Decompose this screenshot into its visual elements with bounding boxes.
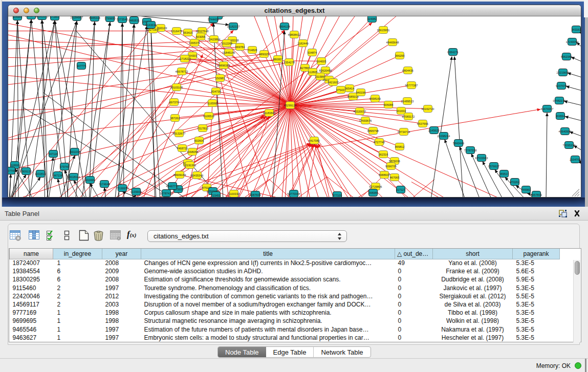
- svg-text:35182337: 35182337: [227, 25, 240, 28]
- svg-text:02787429: 02787429: [160, 192, 173, 195]
- svg-text:5876036: 5876036: [389, 160, 400, 163]
- svg-text:5273545: 5273545: [117, 18, 128, 21]
- svg-text:30103105: 30103105: [170, 86, 183, 89]
- svg-text:343161: 343161: [572, 28, 581, 31]
- svg-text:6537556: 6537556: [417, 122, 428, 125]
- svg-text:5744431: 5744431: [208, 18, 219, 21]
- svg-text:24896383: 24896383: [217, 64, 230, 67]
- svg-text:1232812: 1232812: [35, 172, 46, 176]
- svg-text:80132677: 80132677: [173, 132, 186, 135]
- svg-text:72787558: 72787558: [464, 149, 477, 152]
- svg-text:91183842: 91183842: [263, 112, 275, 115]
- svg-text:0143634: 0143634: [145, 24, 157, 27]
- svg-text:35615951: 35615951: [377, 29, 390, 32]
- svg-text:6688937: 6688937: [379, 173, 390, 177]
- svg-text:940196: 940196: [356, 91, 366, 94]
- svg-text:201632: 201632: [397, 110, 406, 113]
- svg-text:834738: 834738: [211, 90, 221, 93]
- svg-text:05865185: 05865185: [36, 16, 49, 18]
- svg-text:362316: 362316: [379, 153, 388, 156]
- svg-text:0106513: 0106513: [203, 115, 214, 118]
- svg-text:46578713: 46578713: [176, 70, 188, 73]
- svg-text:5698169: 5698169: [369, 97, 381, 100]
- svg-text:95777387: 95777387: [405, 84, 418, 87]
- svg-text:22219693: 22219693: [557, 71, 570, 74]
- svg-text:9237474: 9237474: [556, 84, 567, 87]
- svg-text:3098050: 3098050: [187, 150, 198, 154]
- svg-text:39909169: 39909169: [173, 173, 186, 177]
- svg-text:8895798: 8895798: [367, 129, 379, 133]
- svg-text:93618324: 93618324: [68, 176, 80, 179]
- svg-text:43320037: 43320037: [354, 110, 366, 113]
- svg-text:602606: 602606: [194, 139, 204, 142]
- svg-text:5562386: 5562386: [561, 55, 572, 58]
- svg-text:0576627: 0576627: [488, 165, 499, 168]
- svg-text:26398214: 26398214: [438, 135, 450, 138]
- svg-text:248086: 248086: [368, 191, 378, 194]
- svg-text:1902294: 1902294: [69, 150, 80, 154]
- svg-text:48734714: 48734714: [398, 130, 410, 134]
- svg-text:6417080: 6417080: [309, 139, 320, 142]
- svg-text:5840449: 5840449: [453, 142, 464, 145]
- svg-text:317127: 317127: [396, 188, 406, 191]
- svg-text:17240050: 17240050: [566, 40, 579, 43]
- svg-text:7468723: 7468723: [177, 147, 188, 150]
- svg-text:3799650: 3799650: [104, 17, 116, 20]
- svg-text:1316475: 1316475: [171, 30, 182, 33]
- svg-text:745961: 745961: [521, 188, 531, 191]
- svg-text:8727743: 8727743: [374, 141, 385, 144]
- svg-text:524082: 524082: [367, 17, 377, 20]
- svg-text:669784: 669784: [235, 46, 245, 49]
- svg-text:1354278: 1354278: [284, 61, 295, 64]
- svg-text:365414: 365414: [345, 87, 355, 90]
- svg-text:9480831: 9480831: [128, 19, 140, 22]
- svg-text:164005: 164005: [317, 60, 326, 63]
- svg-text:366299: 366299: [395, 54, 405, 57]
- svg-text:369594: 369594: [556, 115, 565, 118]
- svg-text:880957: 880957: [273, 58, 283, 61]
- svg-text:455812: 455812: [395, 145, 405, 148]
- svg-text:48465648: 48465648: [386, 41, 399, 44]
- svg-text:904966: 904966: [13, 16, 23, 18]
- svg-text:150983: 150983: [215, 77, 225, 80]
- svg-text:679740: 679740: [60, 165, 70, 168]
- svg-text:116566: 116566: [208, 102, 217, 105]
- svg-text:11718227: 11718227: [179, 57, 191, 60]
- svg-text:047116: 047116: [49, 152, 58, 156]
- svg-text:0084271: 0084271: [447, 51, 459, 54]
- svg-text:7317810: 7317810: [197, 127, 208, 130]
- svg-text:3100330: 3100330: [228, 192, 239, 195]
- svg-text:01845146: 01845146: [223, 51, 235, 54]
- svg-text:87083172: 87083172: [402, 115, 415, 118]
- svg-text:90162720: 90162720: [422, 107, 434, 111]
- svg-text:447134: 447134: [53, 174, 63, 177]
- svg-text:67533963: 67533963: [475, 157, 488, 160]
- svg-text:2145623: 2145623: [428, 129, 440, 132]
- svg-text:26284987: 26284987: [71, 16, 83, 19]
- svg-text:489325: 489325: [259, 53, 269, 56]
- svg-text:6945314: 6945314: [89, 16, 100, 19]
- svg-text:947775: 947775: [77, 64, 86, 68]
- svg-text:46474367: 46474367: [541, 107, 554, 111]
- svg-text:3421607: 3421607: [328, 81, 339, 84]
- svg-text:467065: 467065: [390, 176, 400, 179]
- svg-text:997376: 997376: [169, 101, 179, 104]
- svg-text:9096705: 9096705: [385, 165, 397, 168]
- svg-text:38677496: 38677496: [8, 169, 17, 172]
- svg-text:534874: 534874: [308, 51, 317, 54]
- svg-text:704828: 704828: [248, 49, 257, 52]
- svg-text:77190659: 77190659: [116, 187, 129, 190]
- svg-text:671657: 671657: [50, 16, 60, 18]
- svg-text:406088: 406088: [384, 103, 394, 106]
- svg-text:21489513: 21489513: [401, 100, 414, 103]
- svg-text:17693676: 17693676: [359, 119, 372, 122]
- svg-text:375433: 375433: [336, 89, 346, 92]
- svg-text:28327648: 28327648: [196, 30, 209, 33]
- svg-text:9894134: 9894134: [279, 25, 290, 28]
- svg-text:387262: 387262: [170, 117, 180, 120]
- svg-text:48467737: 48467737: [166, 185, 179, 188]
- svg-text:7174648: 7174648: [99, 183, 110, 186]
- svg-text:1182449: 1182449: [297, 42, 308, 45]
- svg-text:9909133: 9909133: [20, 170, 32, 173]
- svg-text:1395376: 1395376: [189, 41, 200, 45]
